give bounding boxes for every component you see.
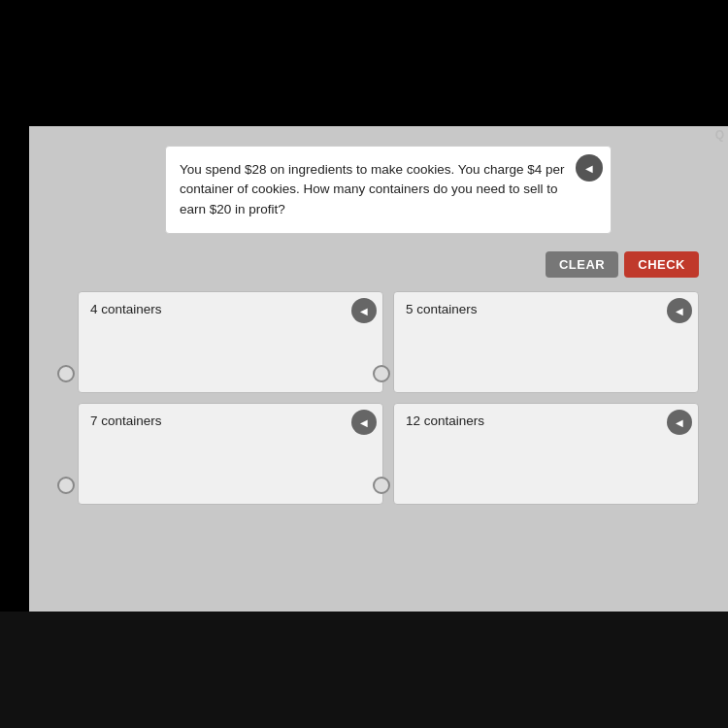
answer-speaker-icon-a: [360, 305, 368, 316]
answer-speaker-button-d[interactable]: [667, 410, 692, 435]
answer-radio-d[interactable]: [373, 477, 390, 494]
question-speaker-icon: [585, 161, 593, 175]
answer-cell-a: 4 containers: [78, 291, 383, 393]
answer-speaker-button-a[interactable]: [351, 298, 377, 323]
answer-speaker-icon-b: [676, 305, 683, 316]
answer-speaker-button-c[interactable]: [351, 410, 377, 435]
answers-grid: 4 containers 5 containers 7 containers 1…: [78, 291, 699, 505]
top-bar: [0, 0, 728, 126]
answer-label-b: 5 containers: [406, 302, 686, 316]
answer-label-a: 4 containers: [90, 302, 371, 316]
bottom-bar: [0, 612, 728, 728]
answer-cell-b: 5 containers: [393, 291, 699, 393]
answer-speaker-button-b[interactable]: [667, 298, 692, 323]
answer-radio-b[interactable]: [373, 365, 390, 382]
answer-radio-a[interactable]: [57, 365, 75, 382]
question-speaker-button[interactable]: [576, 154, 603, 182]
clear-button[interactable]: CLEAR: [546, 251, 618, 278]
question-text: You spend $28 on ingredients to make coo…: [180, 162, 565, 216]
q-label: Q: [715, 128, 724, 142]
answer-cell-c: 7 containers: [78, 403, 383, 505]
answer-label-d: 12 containers: [406, 414, 686, 428]
content-area: You spend $28 on ingredients to make coo…: [29, 126, 728, 612]
answer-speaker-icon-c: [360, 416, 368, 428]
toolbar-row: CLEAR CHECK: [49, 251, 699, 278]
answer-radio-c[interactable]: [57, 477, 75, 494]
question-box: You spend $28 on ingredients to make coo…: [165, 146, 612, 234]
answer-label-c: 7 containers: [90, 414, 371, 428]
check-button[interactable]: CHECK: [624, 251, 699, 278]
answer-cell-d: 12 containers: [393, 403, 699, 505]
answer-speaker-icon-d: [676, 416, 683, 428]
